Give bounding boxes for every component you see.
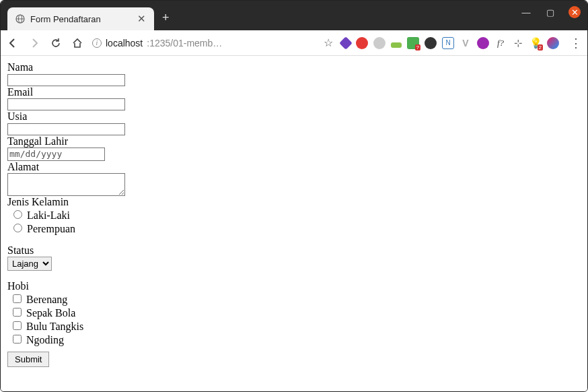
- home-button[interactable]: [71, 36, 84, 50]
- extension-icon[interactable]: [391, 42, 402, 48]
- page-content: Nama Email Usia Tanggal Lahir Alamat Jen…: [1, 56, 587, 391]
- radio-perempuan[interactable]: [13, 224, 22, 232]
- extension-icon[interactable]: V: [460, 37, 472, 49]
- profile-avatar[interactable]: [547, 37, 559, 49]
- nama-label: Nama: [7, 61, 581, 73]
- radio-laki[interactable]: [13, 210, 22, 219]
- url-path: :1235/01-memb…: [147, 38, 222, 48]
- extension-icon[interactable]: [477, 37, 489, 49]
- site-info-icon[interactable]: i: [92, 38, 102, 48]
- hobi-label: Hobi: [7, 280, 581, 292]
- window-close-button[interactable]: ✕: [568, 6, 581, 18]
- forward-button[interactable]: [28, 36, 41, 50]
- nama-input[interactable]: [7, 74, 125, 86]
- submit-button[interactable]: Submit: [7, 352, 49, 367]
- extensions-row: ? N V f? ⊹ 💡2: [341, 37, 559, 49]
- checkbox-sepakbola-label: Sepak Bola: [26, 307, 75, 319]
- extension-icon[interactable]: 💡2: [529, 37, 542, 49]
- checkbox-bulutangkis[interactable]: [13, 321, 22, 330]
- globe-icon: [15, 14, 25, 24]
- minimize-button[interactable]: —: [520, 6, 532, 18]
- status-select[interactable]: Lajang: [7, 257, 52, 271]
- extension-icon[interactable]: [425, 37, 437, 49]
- extension-icon[interactable]: [339, 36, 353, 50]
- browser-tab[interactable]: Form Pendaftaran ✕: [7, 7, 154, 30]
- radio-perempuan-label: Perempuan: [27, 223, 75, 234]
- checkbox-bulutangkis-label: Bulu Tangkis: [26, 321, 83, 332]
- menu-button[interactable]: ⋮: [570, 36, 582, 51]
- extension-icon[interactable]: [373, 37, 385, 49]
- new-tab-button[interactable]: +: [162, 11, 170, 25]
- alamat-textarea[interactable]: [7, 173, 125, 196]
- bookmark-star-icon[interactable]: ☆: [324, 36, 333, 49]
- extension-icon[interactable]: [356, 37, 368, 49]
- usia-label: Usia: [7, 110, 581, 123]
- email-input[interactable]: [7, 98, 125, 110]
- jenis-kelamin-label: Jenis Kelamin: [7, 196, 581, 208]
- checkbox-ngoding-label: Ngoding: [26, 334, 64, 346]
- extension-icon[interactable]: ⊹: [512, 37, 524, 49]
- extension-icon[interactable]: ?: [407, 37, 419, 49]
- status-label: Status: [7, 244, 581, 257]
- alamat-label: Alamat: [7, 161, 581, 173]
- back-button[interactable]: [6, 36, 20, 50]
- extension-icon[interactable]: f?: [494, 37, 507, 49]
- window-controls: — ▢ ✕: [520, 6, 581, 18]
- maximize-button[interactable]: ▢: [544, 6, 556, 18]
- reload-button[interactable]: [49, 36, 63, 50]
- usia-input[interactable]: [7, 123, 125, 135]
- tab-close-icon[interactable]: ✕: [137, 13, 146, 25]
- tanggal-input[interactable]: [7, 148, 105, 161]
- checkbox-ngoding[interactable]: [13, 335, 22, 344]
- tab-title: Form Pendaftaran: [30, 14, 132, 24]
- url-host: localhost: [106, 38, 143, 48]
- badge: 2: [538, 44, 543, 51]
- address-bar[interactable]: i localhost:1235/01-memb…: [92, 38, 316, 48]
- badge: ?: [415, 44, 420, 51]
- radio-laki-label: Laki-Laki: [27, 209, 70, 221]
- browser-toolbar: i localhost:1235/01-memb… ☆ ? N V f? ⊹ 💡…: [1, 30, 587, 56]
- extension-icon[interactable]: N: [442, 37, 454, 49]
- titlebar: Form Pendaftaran ✕ + — ▢ ✕: [1, 1, 587, 30]
- checkbox-berenang-label: Berenang: [26, 294, 67, 305]
- tanggal-label: Tanggal Lahir: [7, 135, 581, 148]
- email-label: Email: [7, 86, 581, 98]
- checkbox-sepakbola[interactable]: [13, 308, 22, 317]
- checkbox-berenang[interactable]: [13, 294, 22, 303]
- browser-window: Form Pendaftaran ✕ + — ▢ ✕ i localhost:1…: [0, 0, 588, 392]
